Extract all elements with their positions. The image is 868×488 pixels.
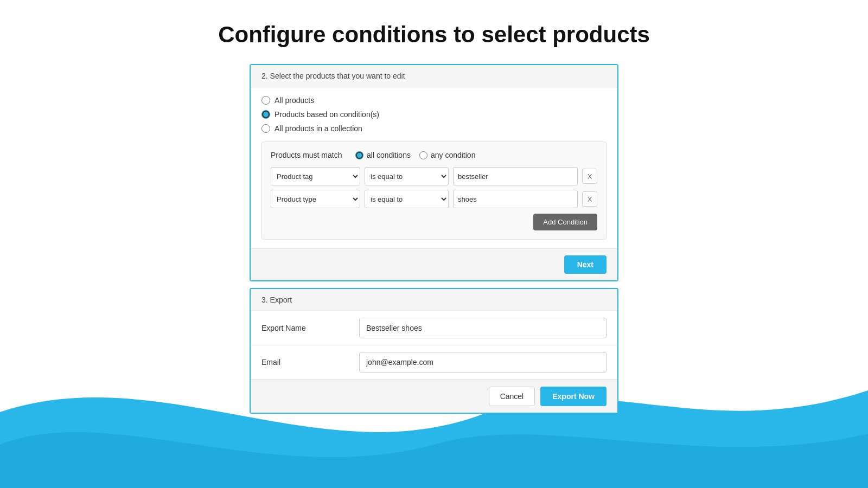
add-condition-button[interactable]: Add Condition — [533, 214, 597, 230]
section3-header: 3. Export — [251, 289, 617, 311]
match-label: Products must match — [271, 151, 347, 159]
email-input[interactable] — [359, 352, 607, 373]
radio-collection-products[interactable]: All products in a collection — [261, 124, 607, 133]
condition-2-value-input[interactable] — [453, 190, 578, 208]
condition-2-operator-select[interactable]: is equal to is not equal to contains doe… — [365, 190, 449, 208]
match-all-conditions[interactable]: all conditions — [355, 151, 411, 159]
condition-2-remove-button[interactable]: X — [582, 191, 597, 207]
radio-all-products-input[interactable] — [261, 96, 270, 105]
email-label: Email — [261, 358, 359, 367]
page-title: Configure conditions to select products — [218, 22, 650, 48]
export-name-label: Export Name — [261, 324, 359, 332]
match-all-radio[interactable] — [355, 151, 363, 159]
radio-collection-products-input[interactable] — [261, 124, 270, 133]
condition-row-1: Product tag Product type Product vendor … — [271, 167, 597, 185]
section2-card: 2. Select the products that you want to … — [250, 64, 618, 281]
condition-1-field-select[interactable]: Product tag Product type Product vendor … — [271, 167, 360, 185]
email-row: Email — [251, 345, 617, 380]
match-any-radio[interactable] — [419, 151, 427, 159]
radio-condition-products-input[interactable] — [261, 110, 270, 119]
export-footer: Cancel Export Now — [251, 380, 617, 413]
cancel-button[interactable]: Cancel — [489, 387, 535, 406]
match-any-label: any condition — [431, 151, 476, 159]
match-row: Products must match all conditions any c… — [271, 151, 597, 159]
product-selection-group: All products Products based on condition… — [261, 96, 607, 133]
export-name-input[interactable] — [359, 318, 607, 338]
radio-all-products-label: All products — [275, 96, 314, 105]
radio-collection-products-label: All products in a collection — [275, 124, 362, 133]
conditions-box: Products must match all conditions any c… — [261, 142, 607, 240]
condition-2-field-select[interactable]: Product tag Product type Product vendor … — [271, 190, 360, 208]
condition-1-remove-button[interactable]: X — [582, 169, 597, 184]
match-all-label: all conditions — [367, 151, 411, 159]
condition-row-2: Product tag Product type Product vendor … — [271, 190, 597, 208]
export-now-button[interactable]: Export Now — [540, 387, 607, 406]
radio-condition-products[interactable]: Products based on condition(s) — [261, 110, 607, 119]
section2-footer: Next — [251, 248, 617, 280]
add-condition-row: Add Condition — [271, 214, 597, 230]
section2-header: 2. Select the products that you want to … — [251, 65, 617, 87]
export-name-row: Export Name — [251, 311, 617, 345]
match-any-condition[interactable]: any condition — [419, 151, 476, 159]
condition-1-operator-select[interactable]: is equal to is not equal to contains doe… — [365, 167, 449, 185]
condition-1-value-input[interactable] — [453, 167, 578, 185]
export-section-card: 3. Export Export Name Email Cancel Expor… — [250, 288, 618, 414]
radio-condition-products-label: Products based on condition(s) — [275, 110, 379, 119]
match-options: all conditions any condition — [355, 151, 475, 159]
radio-all-products[interactable]: All products — [261, 96, 607, 105]
next-button[interactable]: Next — [564, 255, 607, 274]
